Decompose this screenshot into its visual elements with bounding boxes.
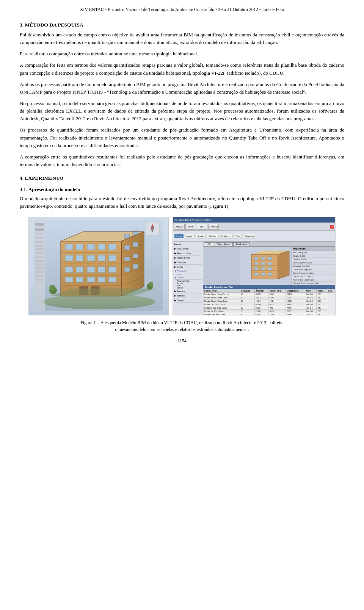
svg-rect-86 (268, 273, 272, 276)
sw-close-btn[interactable]: ✕ (330, 225, 334, 229)
svg-rect-40 (76, 267, 83, 273)
svg-marker-19 (121, 232, 144, 296)
header-text: XIV ENTAC - Encontro Nacional de Tecnolo… (80, 7, 284, 12)
table-cell: 38 (240, 310, 255, 313)
table-cell: Piso 1-5 (305, 293, 317, 296)
table-cell: 8 (240, 313, 255, 315)
sw-col-vol: Volume (m³) (268, 289, 286, 293)
sw-col-area: Área (m²) (255, 289, 269, 293)
svg-rect-11 (35, 256, 44, 258)
table-cell: 0.53 (268, 306, 286, 310)
svg-rect-30 (76, 244, 83, 250)
figure1-right: Autodesk Revit Architecture 2012 Arquivo… (173, 217, 336, 315)
table-row: Cortina Vidro: 6mm Duplo1288.200.5373.50… (204, 306, 335, 310)
sw-tab-3d[interactable]: {3D} (204, 242, 214, 246)
table-cell: Parede Básica: 19cm Tijolo (204, 296, 240, 300)
sw-ribbon-insert[interactable]: Inserir (185, 234, 195, 238)
svg-rect-5 (35, 232, 44, 235)
svg-rect-55 (124, 257, 130, 261)
page-number: 1154 (20, 338, 344, 344)
svg-rect-85 (261, 273, 265, 276)
software-screenshot: Autodesk Revit Architecture 2012 Arquivo… (173, 217, 335, 315)
table-cell: 12 (240, 306, 255, 310)
svg-rect-82 (261, 267, 265, 270)
sw-btn-arquivo[interactable]: Arquivo (174, 224, 185, 230)
sw-sidebar-views[interactable]: ▶ Vistas (tudo) (174, 246, 202, 251)
table-cell: Cortina Vidro: 6mm Duplo (204, 306, 240, 310)
sw-sidebar-sheets[interactable]: ▶ Pranchas (174, 289, 202, 293)
sw-ribbon-manage[interactable]: Gerenciar (243, 234, 256, 238)
svg-rect-29 (65, 244, 73, 250)
table-cell: 215.30 (255, 296, 269, 300)
table-cell: Piso 1-5 (305, 313, 317, 315)
table-row: Parede Básica: 19cm Tijolo32215.3040.911… (204, 296, 335, 300)
sw-ribbon-home[interactable]: Início (174, 234, 184, 238)
sw-btn-vista[interactable]: Vista (197, 224, 207, 230)
sw-btn-editar[interactable]: Editar (185, 224, 196, 230)
table-cell: 2.80 (317, 306, 327, 310)
svg-rect-36 (87, 255, 95, 261)
sw-sidebar-tables[interactable]: ▼ Tabelas (174, 276, 202, 280)
section3-para5: No processo manual, o modelo serviu para… (20, 100, 344, 122)
sw-sidebar-floors[interactable]: ▶ Plantas de Piso (174, 251, 202, 256)
svg-rect-14 (35, 267, 44, 270)
svg-rect-47 (98, 277, 105, 282)
table-cell: 343.83 (286, 303, 305, 306)
sw-ribbon-view[interactable]: Vista (234, 234, 242, 238)
sw-sidebar-3d[interactable]: ▼ Vistas 3D (174, 269, 202, 273)
svg-rect-78 (254, 262, 258, 265)
table-cell: 52.00 (286, 313, 305, 315)
section3-para2: Para realizar a comparação entre os méto… (20, 50, 344, 58)
page: XIV ENTAC - Encontro Nacional de Tecnolo… (0, 0, 364, 355)
table-cell: 41.54 (268, 310, 286, 313)
sw-sidebar-ceiling[interactable]: ▶ Planos de Teto (174, 256, 202, 260)
sw-table-panel: Tabela: Paredes por Tipo Familia e Tipo … (203, 285, 335, 315)
sw-toolbar: Arquivo Editar Vista Gerenciar ✕ (173, 223, 335, 231)
sw-ribbon-analyze[interactable]: Analisar (207, 234, 218, 238)
svg-rect-13 (35, 263, 44, 266)
sw-sidebar-families[interactable]: ▶ Famílias (174, 293, 202, 298)
table-cell: 274.58 (286, 293, 305, 296)
section3-para1: Foi desenvolvido um estudo de campo com … (20, 31, 344, 46)
svg-rect-45 (76, 277, 83, 282)
sw-tab-table[interactable]: Tabela Parede (215, 242, 233, 246)
sw-ribbon-annot[interactable]: Anotar (196, 234, 206, 238)
table-cell: 412.60 (255, 303, 269, 306)
table-cell: 182.40 (255, 300, 269, 303)
section3-title: 3. MÉTODO DA PESQUISA (20, 22, 344, 28)
svg-rect-81 (254, 267, 258, 270)
sw-content-area: {3D} Tabela Parede Tabela Área (203, 241, 335, 315)
building-3d-svg: N (34, 220, 163, 311)
table-cell: Parede Básica: 10cm Gesso (204, 300, 240, 303)
table-cell: Piso 1-5 (305, 310, 317, 313)
sw-sidebar-sections[interactable]: ▶ Cortes (174, 265, 202, 269)
section3-para6: Os processos de quantificação foram real… (20, 126, 344, 149)
sw-sidebar-groups[interactable]: ▶ Grupos (174, 298, 202, 303)
table-cell: 2.80 (317, 300, 327, 303)
svg-rect-15 (35, 271, 44, 273)
table-cell: 328.50 (255, 293, 269, 296)
table-cell: Parede Ext: 20cm Blocos (204, 303, 240, 306)
sw-col-count: Contagem (240, 289, 255, 293)
svg-rect-35 (76, 255, 83, 261)
sw-btn-gerir[interactable]: Gerenciar (208, 224, 219, 230)
table-cell: 45 (240, 293, 255, 296)
svg-rect-33 (108, 244, 116, 250)
svg-marker-73 (278, 251, 289, 279)
svg-rect-57 (124, 267, 130, 272)
svg-rect-43 (108, 267, 116, 273)
sw-tab-sched[interactable]: Tabela Área (233, 242, 249, 246)
svg-rect-48 (108, 277, 116, 282)
sw-sidebar-elev[interactable]: ▶ Elevações (174, 260, 202, 265)
figure1-caption: Figura 1 – À esquerda Modelo BIM do bloc… (20, 319, 344, 333)
svg-rect-76 (261, 257, 265, 260)
sw-sidebar-panel: Projeto ▶ Vistas (tudo) ▶ Plantas de Pis… (173, 241, 203, 315)
table-cell: 12.48 (268, 313, 286, 315)
table-cell: 56 (240, 303, 255, 306)
table-cell: Piso 1-5 (305, 303, 317, 306)
sw-ribbon-collab[interactable]: Colaborar (220, 234, 232, 238)
table-row: Parede Ext: 20cm Blocos56412.6082.52343.… (204, 303, 335, 306)
svg-rect-7 (35, 241, 44, 243)
table-row: Parede Básica: 10cm Gesso28182.4018.2415… (204, 300, 335, 303)
svg-rect-6 (35, 237, 44, 239)
